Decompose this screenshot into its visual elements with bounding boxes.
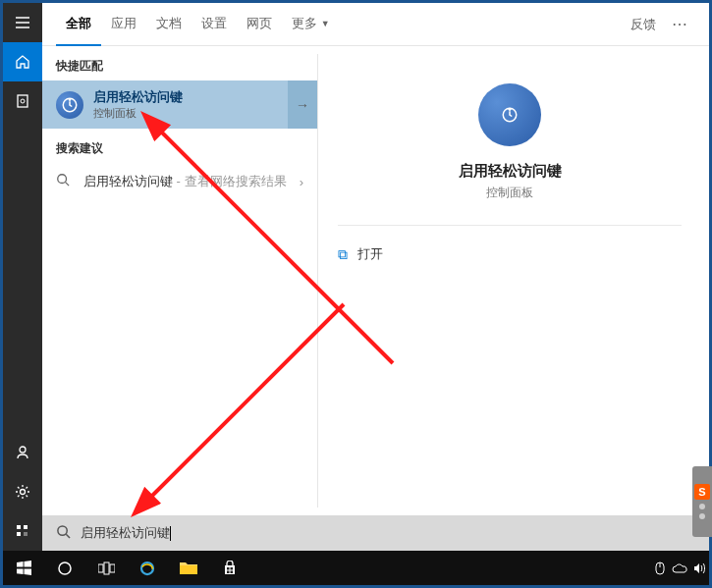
feedback-link[interactable]: 反馈	[623, 16, 664, 33]
web-suggestion[interactable]: 启用轻松访问键 - 查看网络搜索结果 ›	[42, 163, 317, 200]
section-best-match: 快捷匹配	[42, 46, 317, 80]
chevron-right-icon: ›	[300, 175, 303, 189]
ease-of-access-icon	[56, 91, 83, 119]
content-area: 全部 应用 文档 设置 网页 更多 ▼ 反馈 ⋯ 快捷匹配 启用轻松访问键 控制…	[42, 3, 709, 551]
tab-web[interactable]: 网页	[237, 3, 282, 46]
svg-rect-15	[98, 564, 103, 572]
svg-rect-23	[231, 570, 234, 573]
tray-mouse-icon[interactable]	[650, 551, 670, 585]
ime-indicator[interactable]: S	[692, 466, 712, 537]
tab-docs[interactable]: 文档	[146, 3, 192, 46]
svg-rect-5	[24, 525, 27, 529]
tab-settings[interactable]: 设置	[192, 3, 237, 46]
search-icon	[56, 173, 74, 190]
cortana-button[interactable]	[44, 551, 85, 585]
chevron-down-icon: ▼	[321, 19, 330, 28]
svg-rect-22	[227, 570, 230, 573]
svg-rect-19	[180, 565, 197, 574]
settings-button[interactable]	[3, 472, 42, 511]
menu-button[interactable]	[3, 3, 42, 42]
svg-rect-16	[104, 562, 109, 574]
svg-rect-20	[227, 567, 230, 570]
ie-taskbar-icon[interactable]	[127, 551, 168, 585]
tab-all[interactable]: 全部	[56, 3, 101, 46]
preview-subtitle: 控制面板	[486, 185, 533, 201]
section-suggestions: 搜索建议	[42, 129, 317, 163]
preview-ease-icon	[478, 83, 541, 146]
home-button[interactable]	[3, 42, 42, 81]
search-bar[interactable]: 启用轻松访问键	[42, 515, 709, 551]
svg-point-3	[21, 490, 26, 495]
store-taskbar-icon[interactable]	[209, 551, 250, 585]
search-sidebar	[3, 3, 42, 551]
task-view-button[interactable]	[85, 551, 127, 585]
tab-more[interactable]: 更多 ▼	[282, 3, 340, 46]
apps-button[interactable]	[3, 511, 42, 551]
svg-rect-7	[24, 532, 27, 536]
result-subtitle: 控制面板	[93, 106, 303, 121]
svg-rect-17	[110, 564, 115, 572]
tab-bar: 全部 应用 文档 设置 网页 更多 ▼ 反馈 ⋯	[42, 3, 709, 46]
svg-point-9	[58, 175, 67, 184]
tray-onedrive-icon[interactable]	[670, 551, 689, 585]
svg-point-14	[59, 562, 71, 574]
account-button[interactable]	[3, 433, 42, 472]
sogou-icon: S	[694, 484, 710, 500]
explorer-taskbar-icon[interactable]	[168, 551, 209, 585]
open-icon: ⧉	[338, 246, 348, 263]
best-match-item[interactable]: 启用轻松访问键 控制面板 →	[42, 80, 317, 129]
results-area: 快捷匹配 启用轻松访问键 控制面板 → 搜索建议	[42, 46, 709, 515]
results-list: 快捷匹配 启用轻松访问键 控制面板 → 搜索建议	[42, 46, 317, 515]
search-icon	[56, 524, 71, 543]
search-input-text[interactable]: 启用轻松访问键	[81, 524, 170, 542]
tray-volume-icon[interactable]	[689, 551, 709, 585]
svg-point-1	[21, 99, 25, 103]
svg-point-11	[58, 525, 67, 534]
result-title: 启用轻松访问键	[93, 88, 303, 106]
recent-button[interactable]	[3, 81, 42, 121]
start-button[interactable]	[3, 551, 44, 585]
svg-rect-4	[17, 525, 21, 529]
svg-rect-0	[18, 95, 27, 107]
svg-rect-21	[231, 567, 234, 570]
tab-apps[interactable]: 应用	[101, 3, 146, 46]
preview-title: 启用轻松访问键	[459, 162, 562, 181]
suggestion-text: 启用轻松访问键 - 查看网络搜索结果	[83, 173, 300, 190]
expand-arrow-icon[interactable]: →	[288, 80, 317, 129]
open-action[interactable]: ⧉ 打开	[338, 240, 383, 269]
more-options-button[interactable]: ⋯	[664, 15, 695, 33]
search-window: 全部 应用 文档 设置 网页 更多 ▼ 反馈 ⋯ 快捷匹配 启用轻松访问键 控制…	[3, 3, 709, 551]
preview-panel: 启用轻松访问键 控制面板 ⧉ 打开	[317, 54, 701, 508]
svg-point-2	[20, 447, 26, 453]
taskbar	[3, 551, 709, 585]
svg-rect-6	[17, 532, 21, 536]
